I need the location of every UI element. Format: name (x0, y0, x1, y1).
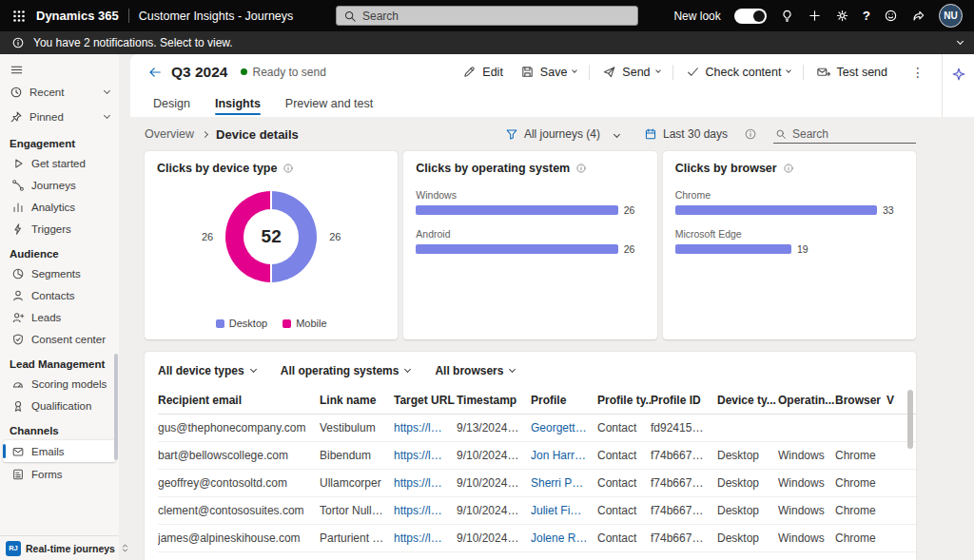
sidebar-item-segments[interactable]: Segments (0, 262, 119, 284)
table-row[interactable]: clement@contososuites.comTortor Nullam..… (158, 497, 916, 525)
cell-link[interactable]: Jolene Richard (531, 531, 597, 545)
notification-bar[interactable]: You have 2 notifications. Select to view… (0, 31, 974, 54)
os-bar-chart: Windows26Android26 (416, 189, 644, 255)
sidebar-pinned[interactable]: Pinned (0, 105, 119, 129)
cell: f74b6670-3... (651, 476, 717, 490)
table-row[interactable]: gus@thephonecompany.comVestibulumhttps:/… (158, 415, 916, 442)
avatar[interactable]: NU (939, 4, 963, 28)
app-name[interactable]: Customer Insights - Journeys (139, 10, 294, 23)
cell-link[interactable]: Sherri Pollard (531, 476, 597, 490)
analytics-icon (11, 201, 25, 214)
back-button[interactable] (147, 65, 163, 80)
cell-link[interactable]: https://lear... (394, 421, 457, 434)
bar-value: 26 (624, 243, 635, 255)
sidebar-item-scoring-models[interactable]: Scoring models (0, 373, 119, 395)
brand-title[interactable]: Dynamics 365 (36, 9, 119, 23)
sidebar-item-analytics[interactable]: Analytics (0, 196, 119, 218)
lightbulb-icon[interactable] (780, 9, 794, 23)
waffle-menu-icon[interactable] (11, 9, 27, 24)
donut-chart: 26 52 26 (157, 191, 385, 282)
share-icon[interactable] (911, 9, 925, 23)
sidebar-item-consent-center[interactable]: Consent center (0, 328, 119, 350)
segments-icon (11, 267, 25, 280)
sidebar-item-leads[interactable]: Leads (0, 306, 119, 328)
new-look-toggle[interactable] (734, 9, 767, 24)
table-row[interactable]: bart@bellowscollege.comBibendumhttps://l… (158, 442, 916, 470)
column-label: Profile ty... (597, 394, 651, 407)
chevron-down-icon[interactable] (957, 38, 964, 45)
filter-all-operating-systems[interactable]: All operating systems (281, 364, 411, 377)
filter-label: All operating systems (281, 364, 399, 377)
cell-link[interactable]: https://lear... (394, 476, 457, 490)
cell-link[interactable]: Jon Harrington (531, 449, 597, 462)
table-row[interactable]: geoffrey@contosoltd.comUllamcorperhttps:… (158, 470, 916, 497)
operating-system-card: Clicks by operating system Windows26Andr… (403, 151, 656, 339)
sidebar-item-triggers[interactable]: Triggers (0, 218, 119, 240)
insights-search[interactable] (773, 126, 916, 144)
sidebar-item-journeys[interactable]: Journeys (0, 174, 119, 196)
play-icon (11, 157, 25, 170)
table-scrollbar[interactable] (907, 390, 913, 449)
legend-item-mobile: Mobile (282, 318, 326, 329)
table-row[interactable]: james@alpineskihouse.comParturient Lor..… (158, 525, 916, 552)
column-header-link-name[interactable]: Link name (320, 394, 394, 407)
status-text: Ready to send (252, 66, 325, 79)
journey-filter-dropdown[interactable]: All journeys (4) (505, 127, 628, 141)
column-header-profile-ty[interactable]: Profile ty... (597, 394, 651, 407)
check-content-button[interactable]: Check content (678, 60, 799, 84)
date-range-dropdown[interactable]: Last 30 days (644, 127, 728, 141)
quick-create-icon[interactable] (808, 9, 822, 23)
cell: Contact (597, 449, 651, 462)
sidebar-recent[interactable]: Recent (0, 80, 119, 105)
cell-link[interactable]: Juliet Finch (531, 504, 597, 517)
column-header-recipient-email[interactable]: Recipient email (158, 394, 320, 407)
sidebar-scrollbar[interactable] (114, 354, 118, 460)
column-header-profile[interactable]: Profile (531, 394, 597, 407)
insights-search-input[interactable] (792, 127, 914, 141)
sidebar-item-qualification[interactable]: Qualification (0, 395, 119, 416)
copilot-icon[interactable] (948, 64, 969, 85)
cell-link[interactable]: https://lear... (394, 504, 457, 517)
column-header-profile-id[interactable]: Profile ID (651, 394, 717, 407)
tab-design[interactable]: Design (153, 89, 190, 117)
more-commands-button[interactable]: ⋮ (904, 63, 932, 82)
column-header-browser[interactable]: Browser (835, 394, 886, 407)
cell-link[interactable]: https://lear... (394, 531, 457, 545)
sidebar-item-label: Analytics (31, 202, 75, 213)
sidebar-item-forms[interactable]: Forms (0, 463, 119, 485)
sidebar-item-contacts[interactable]: Contacts (0, 284, 119, 306)
column-header-operatin[interactable]: Operatin... (778, 394, 835, 407)
cell-link[interactable]: https://lear... (394, 449, 457, 462)
tab-preview-and-test[interactable]: Preview and test (285, 89, 373, 117)
global-search-input[interactable] (362, 10, 631, 23)
sidebar-item-get-started[interactable]: Get started (0, 152, 119, 174)
cell: clement@contososuites.com (158, 504, 320, 517)
new-look-label: New look (673, 10, 720, 23)
column-header-v[interactable]: V (886, 394, 904, 407)
filter-all-device-types[interactable]: All device types (158, 364, 256, 377)
test-send-button[interactable]: Test send (808, 60, 895, 84)
send-button[interactable]: Send (594, 60, 667, 84)
sidebar-item-emails[interactable]: Emails (3, 440, 116, 462)
breadcrumb-overview[interactable]: Overview (145, 127, 194, 141)
top-bar: Dynamics 365 Customer Insights - Journey… (0, 0, 974, 31)
cell-link[interactable]: Georgette Bray (531, 421, 597, 434)
edit-button[interactable]: Edit (455, 60, 511, 84)
global-search[interactable] (336, 6, 638, 26)
column-header-timestamp[interactable]: Timestamp (457, 394, 531, 407)
cell: Desktop (717, 449, 778, 462)
hamburger-menu-icon[interactable] (0, 54, 119, 80)
column-header-device-ty[interactable]: Device ty... (717, 394, 778, 407)
chevron-down-icon (573, 68, 578, 73)
save-button[interactable]: Save (513, 60, 585, 84)
feedback-icon[interactable] (884, 9, 898, 23)
cell: 9/13/2024 8... (457, 421, 531, 434)
area-switcher[interactable]: RJ Real-time journeys (0, 535, 119, 560)
help-icon[interactable]: ? (863, 10, 870, 23)
settings-gear-icon[interactable] (835, 9, 849, 23)
clock-icon (10, 86, 23, 99)
tab-insights[interactable]: Insights (215, 89, 261, 117)
column-header-target-url[interactable]: Target URL (394, 394, 457, 407)
tab-label: Preview and test (285, 97, 373, 110)
filter-all-browsers[interactable]: All browsers (435, 364, 515, 377)
